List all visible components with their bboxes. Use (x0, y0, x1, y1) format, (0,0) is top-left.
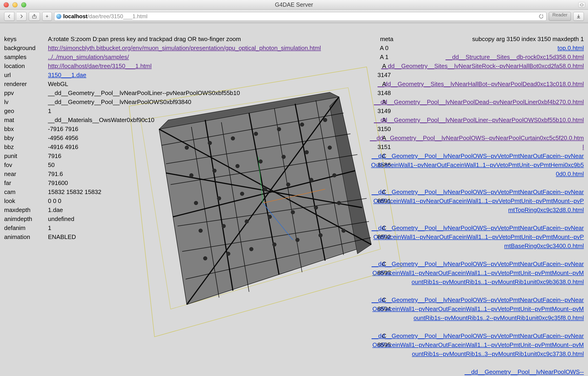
address-bar[interactable]: localhost/dae/tree/3150___1.html (54, 12, 546, 21)
info-row: bbx-7916 7916 (4, 125, 321, 134)
info-row: animdepthundefined (4, 215, 321, 224)
info-row: geo1 (4, 107, 321, 116)
geometry-link[interactable]: __dd__Geometry__Pool__lvNearPoolOWS--pvV… (369, 151, 584, 188)
geometry-link[interactable]: __dd__Geometry__Pool__lvNearPoolLiner--p… (369, 116, 584, 134)
info-key: far (4, 179, 48, 188)
info-row: near791.6 (4, 170, 321, 179)
info-value: A:rotate S:zoom D:pan press key and trac… (48, 35, 241, 43)
info-key: location (4, 62, 48, 71)
info-value: -7916 7916 (48, 125, 78, 134)
reader-button[interactable]: Reader (549, 12, 571, 21)
info-value: 0 0 0 (48, 196, 61, 205)
geometry-link[interactable]: __dd__Geometry__Pool__lvNearPoolOWS--pvV… (369, 259, 584, 295)
info-row: maxdepth1.dae (4, 205, 321, 215)
info-value: 791600 (48, 179, 68, 188)
svg-point-46 (332, 173, 336, 177)
info-value: -4916 4916 (48, 142, 78, 151)
info-key: cam (4, 188, 48, 196)
info-row: cam15832 15832 15832 (4, 188, 321, 196)
info-value: 1 (48, 107, 51, 116)
info-key: bbx (4, 125, 48, 134)
close-icon[interactable] (4, 2, 9, 7)
svg-point-55 (226, 252, 230, 256)
info-value: 15832 15832 15832 (48, 188, 101, 196)
add-tab-button[interactable]: + (42, 12, 52, 21)
geometry-link[interactable]: __dd__Geometry__Pool__lvNearPoolOWS--pvV… (369, 188, 584, 224)
svg-point-56 (249, 247, 253, 251)
info-key: mat (4, 116, 48, 125)
window-titlebar: G4DAE Server (0, 0, 588, 10)
back-button[interactable] (4, 12, 14, 21)
links-column: subcopy arg 3150 index 3150 maxdepth 1 t… (369, 35, 584, 376)
info-value: __dd__Materials__OwsWater0xbf90c10 (48, 116, 155, 125)
info-key: punit (4, 151, 48, 161)
info-value: 7916 (48, 151, 61, 161)
svg-point-60 (342, 229, 346, 233)
info-key: ppv (4, 89, 48, 97)
info-value: undefined (48, 215, 74, 224)
downloads-button[interactable] (573, 12, 584, 21)
info-row: punit7916 (4, 151, 321, 161)
info-link[interactable]: http://localhost/dae/tree/3150___1.html (48, 62, 152, 71)
info-link[interactable]: 3150___1.dae (48, 71, 86, 80)
geometry-link[interactable]: __dd__Geometry__Pool__lvNearPoolOWS--pvV… (369, 295, 584, 332)
info-key: keys (4, 35, 48, 43)
info-key: lv (4, 97, 48, 107)
forward-button[interactable] (17, 12, 27, 21)
geometry-link[interactable]: __dd__Geometry__Pool__lvNearPoolOWS--pvV… (369, 224, 584, 259)
traffic-lights (0, 2, 26, 7)
info-row: locationhttp://localhost/dae/tree/3150__… (4, 62, 321, 71)
fullscreen-button[interactable] (578, 2, 585, 8)
info-value: 1.dae (48, 205, 63, 215)
geometry-link[interactable]: __dd__Geometry__Pool__lvNearPoolDead--pv… (369, 97, 584, 116)
info-key: near (4, 170, 48, 179)
info-value: WebGL (48, 80, 68, 89)
svg-point-32 (323, 118, 327, 122)
info-row: keysA:rotate S:zoom D:pan press key and … (4, 35, 321, 43)
geometry-link[interactable]: __dd__Geometry__Pool__lvNearPoolOWS--pvN… (369, 134, 584, 151)
info-row: ppv__dd__Geometry__Pool__lvNearPoolLiner… (4, 89, 321, 97)
info-row: fov50 (4, 161, 321, 170)
info-key: background (4, 43, 48, 53)
geometry-link[interactable]: __dd__Geometry__Pool__lvNearPoolOWS-- (369, 367, 584, 376)
svg-point-53 (337, 201, 341, 205)
zoom-icon[interactable] (21, 2, 26, 7)
info-row: backgroundhttp://simoncblyth.bitbucket.o… (4, 43, 321, 53)
info-key: bby (4, 134, 48, 142)
info-value: __dd__Geometry__Pool__lvNearPoolOWS0xbf9… (48, 97, 191, 107)
reload-button[interactable] (538, 13, 545, 20)
info-key: geo (4, 107, 48, 116)
info-key: maxdepth (4, 205, 48, 215)
info-key: animation (4, 233, 48, 242)
info-key: samples (4, 53, 48, 62)
info-row: url3150___1.dae (4, 71, 321, 80)
page-content: keysA:rotate S:zoom D:pan press key and … (0, 23, 588, 376)
info-row: lv__dd__Geometry__Pool__lvNearPoolOWS0xb… (4, 97, 321, 107)
info-key: fov (4, 161, 48, 170)
geometry-link[interactable]: __dd__Structure__Sites__db-rock0xc15d358… (369, 53, 584, 62)
info-value: __dd__Geometry__Pool__lvNearPoolLiner--p… (48, 89, 240, 97)
info-row: bbz-4916 4916 (4, 142, 321, 151)
url-text: localhost/dae/tree/3150___1.html (63, 13, 147, 20)
info-value: ENABLED (48, 233, 76, 242)
geometry-link[interactable]: __dd__Geometry__Sites__lvNearSiteRock--p… (369, 62, 584, 80)
info-link[interactable]: http://simoncblyth.bitbucket.org/env/muo… (48, 43, 321, 53)
minimize-icon[interactable] (12, 2, 18, 7)
svg-point-57 (272, 242, 276, 247)
geometry-link[interactable]: top.0.html (369, 43, 584, 53)
info-row: far791600 (4, 179, 321, 188)
svg-point-54 (203, 256, 207, 260)
share-button[interactable] (29, 12, 40, 21)
info-key: defanim (4, 224, 48, 233)
info-row: samples../../muon_simulation/samples/ (4, 53, 321, 62)
svg-point-39 (328, 146, 332, 150)
info-key: url (4, 71, 48, 80)
geometry-link[interactable]: __dd__Geometry__Sites__lvNearHallBot--pv… (369, 80, 584, 97)
info-link[interactable]: ../../muon_simulation/samples/ (48, 53, 129, 62)
geometry-link[interactable]: __dd__Geometry__Pool__lvNearPoolOWS--pvV… (369, 332, 584, 367)
info-key: animdepth (4, 215, 48, 224)
info-key: bbz (4, 142, 48, 151)
info-row: rendererWebGL (4, 80, 321, 89)
info-row: bby-4956 4956 (4, 134, 321, 142)
info-table: keysA:rotate S:zoom D:pan press key and … (4, 35, 321, 242)
